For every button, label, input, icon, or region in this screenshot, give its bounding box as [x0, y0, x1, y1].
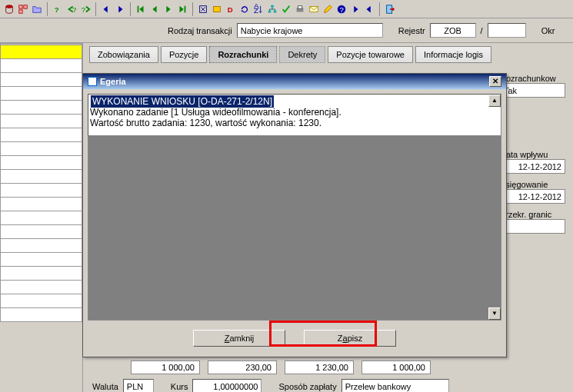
right-panel: Rozrachunkow Data wpływu Księgowanie Prz… [500, 112, 573, 240]
next-blue2-icon[interactable] [349, 3, 361, 15]
sposob-input[interactable] [341, 379, 449, 392]
refresh-icon[interactable] [238, 3, 251, 15]
help-icon[interactable]: ? [52, 3, 64, 15]
dialog-content-area: ▼ [88, 136, 501, 321]
list-item[interactable] [0, 170, 82, 184]
tab-zobowiazania[interactable]: Zobowiązania [89, 46, 158, 63]
next-green-icon[interactable] [162, 3, 175, 15]
amount-4: 1 000,00 [361, 360, 431, 374]
tool-icon-1[interactable] [197, 3, 209, 15]
delete-icon[interactable]: D [225, 3, 237, 15]
rozrach-input[interactable] [500, 83, 565, 98]
msg-header: WYKONANIE WNIOSKU [O-DA-271-2/12N] [91, 95, 274, 108]
tree-icon[interactable] [266, 3, 278, 15]
mail-icon[interactable] [308, 3, 320, 15]
ksieg-label: Księgowanie [500, 180, 573, 189]
folder-icon[interactable] [31, 3, 43, 15]
svg-rect-16 [274, 10, 277, 12]
msg-line-1: Wykonano zadanie [1 Usługa wideofilmowan… [88, 107, 501, 118]
tabs: Zobowiązania Pozycje Rozrachunki Dekrety… [83, 43, 573, 69]
tool-icon-2[interactable] [211, 3, 223, 15]
list-item[interactable] [0, 128, 82, 142]
sort-az-icon[interactable]: AZ [252, 3, 265, 15]
rejestr-input[interactable] [430, 23, 476, 38]
scroll-up-icon[interactable]: ▲ [488, 95, 501, 107]
layout-icon[interactable] [17, 3, 29, 15]
list-item[interactable] [0, 308, 82, 322]
list-item[interactable] [0, 87, 82, 101]
list-item[interactable] [0, 253, 82, 267]
tab-informacje-logis[interactable]: Informacje logis [415, 46, 491, 63]
list-item[interactable] [0, 198, 82, 211]
close-icon[interactable]: ✕ [489, 76, 501, 87]
main-toolbar: ? ? ? D AZ ? [0, 0, 573, 18]
svg-rect-7 [138, 5, 139, 12]
svg-text:D: D [228, 5, 233, 14]
svg-text:?: ? [55, 5, 59, 14]
svg-text:?: ? [82, 5, 85, 14]
list-item[interactable] [0, 294, 82, 308]
tab-pozycje-towarowe[interactable]: Pozycje towarowe [328, 46, 413, 63]
prev-blue-icon[interactable] [100, 3, 112, 15]
svg-rect-1 [19, 5, 22, 8]
list-item[interactable] [0, 211, 82, 225]
svg-text:Z: Z [254, 6, 258, 15]
list-item[interactable] [0, 156, 82, 170]
dialog-titlebar: Egeria ✕ [83, 74, 506, 89]
bottom-panel: 1 000,00 230,00 1 230,00 1 000,00 Waluta… [92, 360, 568, 392]
svg-rect-15 [268, 10, 272, 12]
przekr-input[interactable] [500, 219, 565, 234]
list-item[interactable] [0, 239, 82, 253]
svg-rect-10 [214, 6, 221, 12]
check-icon[interactable] [280, 3, 292, 15]
list-item[interactable] [0, 73, 82, 87]
prev-green-icon[interactable] [148, 3, 161, 15]
list-item[interactable] [0, 184, 82, 198]
kurs-input[interactable] [192, 379, 262, 392]
scroll-down-icon[interactable]: ▼ [488, 307, 501, 320]
msg-line-2: Wartość brutto zadania: 1230, wartość wy… [88, 118, 501, 128]
last-icon[interactable] [176, 3, 188, 15]
tab-dekrety[interactable]: Dekrety [279, 46, 325, 63]
data-wp-input[interactable] [500, 159, 565, 174]
list-item[interactable] [0, 267, 82, 281]
prev-blue2-icon[interactable] [363, 3, 375, 15]
rozrach-label: Rozrachunkow [500, 74, 573, 83]
redo-help-icon[interactable]: ? [79, 3, 92, 15]
zapisz-button[interactable]: Zapisz [304, 330, 396, 347]
list-item[interactable] [0, 115, 82, 128]
dialog-title: Egeria [100, 77, 126, 86]
ksieg-input[interactable] [500, 189, 565, 204]
list-item[interactable] [0, 225, 82, 239]
tab-rozrachunki[interactable]: Rozrachunki [209, 46, 277, 63]
first-icon[interactable] [135, 3, 147, 15]
undo-icon[interactable]: ? [65, 3, 78, 15]
list-item[interactable] [0, 59, 82, 73]
przekr-label: Przekr. granic [500, 210, 573, 219]
record-list [0, 43, 83, 392]
zamknij-button[interactable]: Zamknij [193, 330, 285, 347]
rejestr-num-input[interactable] [488, 23, 526, 38]
list-item[interactable] [0, 281, 82, 294]
db-icon[interactable] [3, 3, 15, 15]
slash-label: / [481, 26, 483, 35]
next-blue-icon[interactable] [114, 3, 126, 15]
list-item[interactable] [0, 142, 82, 156]
svg-text:?: ? [72, 5, 76, 14]
data-wp-label: Data wpływu [500, 150, 573, 159]
okr-label: Okr [541, 26, 555, 35]
list-item[interactable] [0, 45, 82, 59]
svg-text:?: ? [339, 5, 343, 13]
print-icon[interactable] [294, 3, 306, 15]
rodzaj-input[interactable] [237, 23, 383, 38]
rodzaj-label: Rodzaj transakcji [168, 26, 232, 35]
exit-icon[interactable] [384, 3, 396, 15]
svg-rect-2 [24, 5, 27, 8]
list-item[interactable] [0, 101, 82, 115]
help2-icon[interactable]: ? [335, 3, 348, 15]
tab-pozycje[interactable]: Pozycje [161, 46, 208, 63]
svg-rect-8 [185, 5, 186, 12]
edit-icon[interactable] [321, 3, 334, 15]
dialog-egeria: Egeria ✕ WYKONANIE WNIOSKU [O-DA-271-2/1… [82, 73, 507, 357]
waluta-input[interactable] [123, 379, 154, 392]
